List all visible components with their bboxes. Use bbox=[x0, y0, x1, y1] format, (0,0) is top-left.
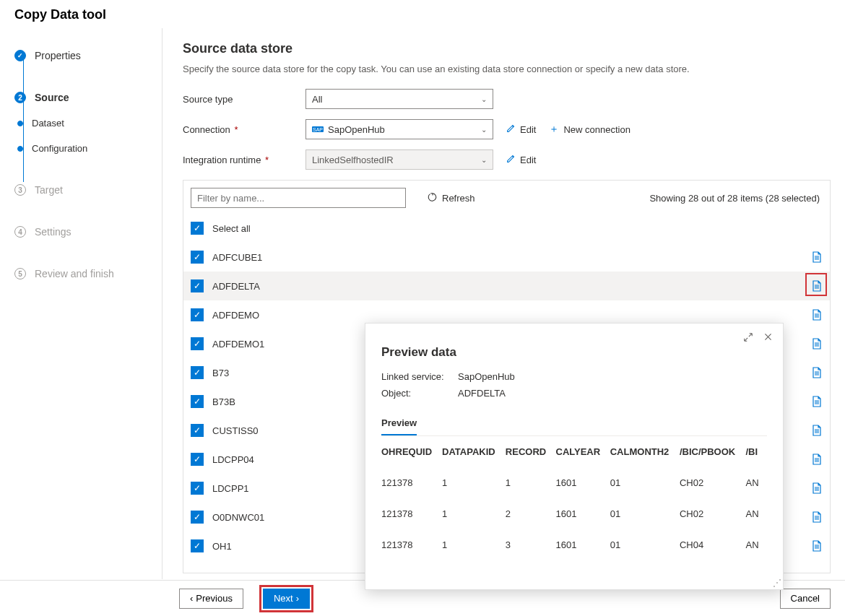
object-label: Object: bbox=[381, 388, 458, 399]
runtime-select: LinkedSelfhostedIR ⌄ bbox=[306, 149, 493, 170]
wizard-sidebar: Properties 2 Source Dataset Configuratio… bbox=[0, 28, 162, 579]
filter-input[interactable] bbox=[191, 188, 406, 208]
checkbox-icon[interactable] bbox=[191, 482, 204, 495]
edit-runtime-button[interactable]: Edit bbox=[506, 154, 536, 165]
preview-icon[interactable] bbox=[811, 338, 823, 350]
select-all-row[interactable]: Select all bbox=[183, 214, 830, 243]
connection-label: Connection * bbox=[183, 124, 306, 135]
preview-icon[interactable] bbox=[811, 396, 823, 407]
object-value: ADFDELTA bbox=[458, 388, 506, 399]
source-type-select[interactable]: All ⌄ bbox=[306, 89, 493, 109]
runtime-label: Integration runtime * bbox=[183, 155, 306, 165]
dataset-name: B73 bbox=[212, 368, 229, 378]
dataset-name: ADFDELTA bbox=[212, 281, 260, 292]
preview-icon[interactable] bbox=[811, 511, 823, 523]
preview-icon[interactable] bbox=[811, 454, 823, 465]
chevron-down-icon: ⌄ bbox=[481, 156, 487, 164]
chevron-right-icon: › bbox=[296, 593, 299, 604]
checkbox-icon[interactable] bbox=[191, 539, 204, 552]
dataset-name: ADFDEMO1 bbox=[212, 339, 264, 350]
preview-icon[interactable] bbox=[811, 367, 823, 378]
dataset-name: LDCPP1 bbox=[212, 483, 249, 494]
linked-service-value: SapOpenHub bbox=[458, 371, 515, 382]
preview-icon[interactable] bbox=[811, 309, 823, 321]
page-subtitle: Specify the source data store for the co… bbox=[183, 64, 831, 74]
step-num-icon: 4 bbox=[14, 226, 26, 238]
chevron-left-icon: ‹ bbox=[190, 593, 193, 604]
table-row: 12137813160101CH04AN bbox=[381, 529, 767, 555]
checkbox-icon[interactable] bbox=[191, 308, 204, 321]
dot-icon bbox=[17, 121, 23, 126]
step-target[interactable]: 3 Target bbox=[11, 177, 155, 203]
dot-icon bbox=[17, 146, 23, 152]
preview-icon[interactable] bbox=[811, 425, 823, 436]
step-settings[interactable]: 4 Settings bbox=[11, 219, 155, 245]
chevron-down-icon: ⌄ bbox=[481, 95, 487, 103]
substep-configuration[interactable]: Configuration bbox=[11, 136, 155, 161]
step-num-icon: 5 bbox=[14, 268, 26, 279]
tab-preview[interactable]: Preview bbox=[381, 412, 417, 435]
check-icon bbox=[14, 50, 26, 61]
substep-dataset[interactable]: Dataset bbox=[11, 110, 155, 136]
checkbox-icon[interactable] bbox=[191, 395, 204, 408]
expand-icon[interactable] bbox=[743, 332, 753, 344]
next-button[interactable]: Next › bbox=[263, 589, 310, 609]
dataset-name: ADFCUBE1 bbox=[212, 252, 262, 263]
preview-icon[interactable] bbox=[811, 540, 823, 552]
refresh-button[interactable]: Refresh bbox=[428, 192, 475, 204]
checkbox-icon[interactable] bbox=[191, 453, 204, 466]
column-header: OHREQUID bbox=[381, 436, 442, 467]
preview-icon[interactable] bbox=[811, 251, 823, 263]
app-title: Copy Data tool bbox=[14, 7, 831, 22]
preview-title: Preview data bbox=[381, 345, 767, 360]
column-header: CALYEAR bbox=[556, 436, 610, 467]
dataset-name: B73B bbox=[212, 396, 235, 407]
linked-service-label: Linked service: bbox=[381, 371, 458, 382]
step-properties[interactable]: Properties bbox=[11, 43, 155, 69]
dataset-name: LDCPP04 bbox=[212, 454, 254, 465]
step-num-icon: 3 bbox=[14, 184, 26, 196]
new-connection-button[interactable]: ＋ New connection bbox=[549, 123, 630, 136]
cancel-button[interactable]: Cancel bbox=[780, 589, 831, 609]
dataset-name: O0DNWC01 bbox=[212, 512, 264, 523]
previous-button[interactable]: ‹ Previous bbox=[179, 589, 243, 609]
refresh-icon bbox=[428, 192, 438, 204]
checkbox-icon[interactable] bbox=[191, 511, 204, 524]
list-item[interactable]: ADFDELTA bbox=[183, 272, 830, 300]
plus-icon: ＋ bbox=[549, 123, 559, 136]
dataset-name: CUSTISS0 bbox=[212, 425, 259, 436]
checkbox-icon[interactable] bbox=[191, 337, 204, 350]
preview-icon[interactable] bbox=[811, 482, 823, 494]
list-item[interactable]: ADFCUBE1 bbox=[183, 243, 830, 272]
preview-data-panel: Preview data Linked service: SapOpenHub … bbox=[365, 323, 784, 590]
step-review[interactable]: 5 Review and finish bbox=[11, 261, 155, 287]
step-source[interactable]: 2 Source bbox=[11, 84, 155, 110]
table-row: 12137811160101CH02AN bbox=[381, 467, 767, 498]
items-count: Showing 28 out of 28 items (28 selected) bbox=[649, 193, 823, 204]
source-type-label: Source type bbox=[183, 94, 306, 105]
close-icon[interactable] bbox=[763, 332, 773, 344]
svg-text:SAP: SAP bbox=[313, 127, 323, 132]
checkbox-icon[interactable] bbox=[191, 366, 204, 379]
chevron-down-icon: ⌄ bbox=[481, 126, 487, 134]
checkbox-icon[interactable] bbox=[191, 279, 204, 292]
connection-select[interactable]: SAP SapOpenHub ⌄ bbox=[306, 119, 493, 139]
checkbox-icon[interactable] bbox=[191, 424, 204, 437]
app-header: Copy Data tool bbox=[0, 0, 845, 28]
column-header: CALMONTH2 bbox=[610, 436, 680, 467]
dataset-name: OH1 bbox=[212, 541, 232, 552]
step-num-icon: 2 bbox=[14, 92, 26, 103]
pencil-icon bbox=[506, 154, 516, 165]
preview-table: OHREQUIDDATAPAKIDRECORDCALYEARCALMONTH2/… bbox=[381, 436, 767, 555]
column-header: /BIC/PBOOK bbox=[680, 436, 746, 467]
column-header: RECORD bbox=[506, 436, 556, 467]
checkbox-icon[interactable] bbox=[191, 222, 204, 235]
table-row: 12137812160101CH02AN bbox=[381, 498, 767, 529]
preview-icon[interactable] bbox=[811, 280, 823, 292]
edit-connection-button[interactable]: Edit bbox=[506, 123, 536, 135]
checkbox-icon[interactable] bbox=[191, 251, 204, 264]
resize-handle-icon[interactable]: ⋰ bbox=[773, 578, 781, 588]
dataset-name: ADFDEMO bbox=[212, 310, 259, 321]
column-header: DATAPAKID bbox=[442, 436, 506, 467]
sap-icon: SAP bbox=[312, 125, 324, 134]
